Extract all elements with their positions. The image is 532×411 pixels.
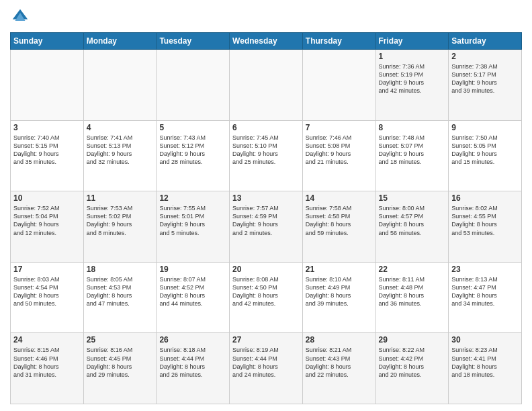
day-cell: 19Sunrise: 8:07 AM Sunset: 4:52 PM Dayli… (157, 262, 230, 333)
day-info: Sunrise: 7:45 AM Sunset: 5:10 PM Dayligh… (232, 134, 300, 167)
day-info: Sunrise: 8:07 AM Sunset: 4:52 PM Dayligh… (159, 275, 226, 308)
day-cell: 20Sunrise: 8:08 AM Sunset: 4:50 PM Dayli… (230, 262, 303, 333)
day-cell: 10Sunrise: 7:52 AM Sunset: 5:04 PM Dayli… (11, 191, 84, 263)
day-number: 16 (451, 193, 519, 203)
week-row-4: 17Sunrise: 8:03 AM Sunset: 4:54 PM Dayli… (11, 262, 522, 333)
day-info: Sunrise: 8:15 AM Sunset: 4:46 PM Dayligh… (13, 346, 81, 379)
day-info: Sunrise: 8:11 AM Sunset: 4:48 PM Dayligh… (379, 275, 446, 308)
day-cell: 29Sunrise: 8:22 AM Sunset: 4:42 PM Dayli… (375, 333, 449, 404)
day-info: Sunrise: 7:46 AM Sunset: 5:08 PM Dayligh… (306, 134, 373, 167)
day-info: Sunrise: 8:23 AM Sunset: 4:41 PM Dayligh… (451, 346, 519, 379)
day-number: 11 (87, 193, 154, 203)
calendar-body: 1Sunrise: 7:36 AM Sunset: 5:19 PM Daylig… (11, 50, 522, 404)
week-row-1: 1Sunrise: 7:36 AM Sunset: 5:19 PM Daylig… (11, 50, 522, 121)
day-header-sunday: Sunday (11, 33, 84, 50)
day-info: Sunrise: 7:36 AM Sunset: 5:19 PM Dayligh… (379, 62, 446, 95)
week-row-3: 10Sunrise: 7:52 AM Sunset: 5:04 PM Dayli… (11, 191, 522, 263)
day-number: 25 (87, 335, 154, 345)
day-cell: 13Sunrise: 7:57 AM Sunset: 4:59 PM Dayli… (230, 191, 303, 263)
calendar-table: SundayMondayTuesdayWednesdayThursdayFrid… (10, 32, 522, 404)
day-number: 30 (451, 335, 519, 345)
day-info: Sunrise: 7:57 AM Sunset: 4:59 PM Dayligh… (232, 204, 300, 237)
day-info: Sunrise: 8:18 AM Sunset: 4:44 PM Dayligh… (159, 346, 226, 379)
day-number: 19 (159, 265, 226, 274)
day-number: 29 (379, 335, 446, 345)
day-cell: 1Sunrise: 7:36 AM Sunset: 5:19 PM Daylig… (375, 50, 449, 121)
week-row-2: 3Sunrise: 7:40 AM Sunset: 5:15 PM Daylig… (11, 120, 522, 191)
week-row-5: 24Sunrise: 8:15 AM Sunset: 4:46 PM Dayli… (11, 333, 522, 404)
day-cell: 3Sunrise: 7:40 AM Sunset: 5:15 PM Daylig… (11, 120, 84, 191)
day-cell: 30Sunrise: 8:23 AM Sunset: 4:41 PM Dayli… (449, 333, 522, 404)
day-number: 8 (379, 123, 446, 132)
day-number: 2 (451, 52, 519, 61)
day-header-wednesday: Wednesday (230, 33, 303, 50)
day-cell (83, 50, 157, 121)
day-info: Sunrise: 8:19 AM Sunset: 4:44 PM Dayligh… (232, 346, 300, 379)
day-number: 1 (379, 52, 446, 61)
day-number: 7 (306, 123, 373, 132)
day-header-tuesday: Tuesday (157, 33, 230, 50)
day-info: Sunrise: 8:03 AM Sunset: 4:54 PM Dayligh… (13, 275, 81, 308)
day-cell: 9Sunrise: 7:50 AM Sunset: 5:05 PM Daylig… (449, 120, 522, 191)
day-header-thursday: Thursday (302, 33, 375, 50)
day-cell: 18Sunrise: 8:05 AM Sunset: 4:53 PM Dayli… (83, 262, 157, 333)
day-cell: 12Sunrise: 7:55 AM Sunset: 5:01 PM Dayli… (157, 191, 230, 263)
day-info: Sunrise: 7:52 AM Sunset: 5:04 PM Dayligh… (13, 204, 81, 237)
day-cell: 21Sunrise: 8:10 AM Sunset: 4:49 PM Dayli… (302, 262, 375, 333)
day-number: 5 (159, 123, 226, 132)
day-cell: 25Sunrise: 8:16 AM Sunset: 4:45 PM Dayli… (83, 333, 157, 404)
day-cell: 7Sunrise: 7:46 AM Sunset: 5:08 PM Daylig… (302, 120, 375, 191)
day-number: 22 (379, 265, 446, 274)
day-cell (302, 50, 375, 121)
day-number: 13 (232, 193, 300, 203)
day-cell: 28Sunrise: 8:21 AM Sunset: 4:43 PM Dayli… (302, 333, 375, 404)
day-info: Sunrise: 7:53 AM Sunset: 5:02 PM Dayligh… (87, 204, 154, 237)
day-number: 6 (232, 123, 300, 132)
page-container: SundayMondayTuesdayWednesdayThursdayFrid… (0, 0, 532, 411)
day-info: Sunrise: 7:48 AM Sunset: 5:07 PM Dayligh… (379, 134, 446, 167)
day-number: 26 (159, 335, 226, 345)
day-number: 28 (306, 335, 373, 345)
day-info: Sunrise: 8:13 AM Sunset: 4:47 PM Dayligh… (451, 275, 519, 308)
day-info: Sunrise: 7:55 AM Sunset: 5:01 PM Dayligh… (159, 204, 226, 237)
day-info: Sunrise: 8:21 AM Sunset: 4:43 PM Dayligh… (306, 346, 373, 379)
day-cell: 26Sunrise: 8:18 AM Sunset: 4:44 PM Dayli… (157, 333, 230, 404)
day-cell (230, 50, 303, 121)
day-number: 9 (451, 123, 519, 132)
calendar-header: SundayMondayTuesdayWednesdayThursdayFrid… (11, 33, 522, 50)
page-header (10, 7, 522, 27)
day-number: 18 (87, 265, 154, 274)
day-cell: 17Sunrise: 8:03 AM Sunset: 4:54 PM Dayli… (11, 262, 84, 333)
day-info: Sunrise: 8:10 AM Sunset: 4:49 PM Dayligh… (306, 275, 373, 308)
day-info: Sunrise: 7:50 AM Sunset: 5:05 PM Dayligh… (451, 134, 519, 167)
day-number: 21 (306, 265, 373, 274)
day-cell: 23Sunrise: 8:13 AM Sunset: 4:47 PM Dayli… (449, 262, 522, 333)
day-number: 15 (379, 193, 446, 203)
day-info: Sunrise: 8:16 AM Sunset: 4:45 PM Dayligh… (87, 346, 154, 379)
day-cell: 14Sunrise: 7:58 AM Sunset: 4:58 PM Dayli… (302, 191, 375, 263)
day-number: 27 (232, 335, 300, 345)
day-number: 14 (306, 193, 373, 203)
day-number: 23 (451, 265, 519, 274)
day-number: 12 (159, 193, 226, 203)
day-cell: 8Sunrise: 7:48 AM Sunset: 5:07 PM Daylig… (375, 120, 449, 191)
day-info: Sunrise: 7:40 AM Sunset: 5:15 PM Dayligh… (13, 134, 81, 167)
day-info: Sunrise: 8:08 AM Sunset: 4:50 PM Dayligh… (232, 275, 300, 308)
day-header-saturday: Saturday (449, 33, 522, 50)
day-info: Sunrise: 8:05 AM Sunset: 4:53 PM Dayligh… (87, 275, 154, 308)
day-cell: 15Sunrise: 8:00 AM Sunset: 4:57 PM Dayli… (375, 191, 449, 263)
day-cell: 24Sunrise: 8:15 AM Sunset: 4:46 PM Dayli… (11, 333, 84, 404)
day-cell (11, 50, 84, 121)
day-cell: 4Sunrise: 7:41 AM Sunset: 5:13 PM Daylig… (83, 120, 157, 191)
day-number: 17 (13, 265, 81, 274)
header-row: SundayMondayTuesdayWednesdayThursdayFrid… (11, 33, 522, 50)
day-number: 3 (13, 123, 81, 132)
logo-icon (10, 7, 30, 27)
day-cell: 5Sunrise: 7:43 AM Sunset: 5:12 PM Daylig… (157, 120, 230, 191)
day-info: Sunrise: 7:43 AM Sunset: 5:12 PM Dayligh… (159, 134, 226, 167)
day-info: Sunrise: 8:02 AM Sunset: 4:55 PM Dayligh… (451, 204, 519, 237)
day-info: Sunrise: 7:58 AM Sunset: 4:58 PM Dayligh… (306, 204, 373, 237)
day-cell: 22Sunrise: 8:11 AM Sunset: 4:48 PM Dayli… (375, 262, 449, 333)
day-cell: 11Sunrise: 7:53 AM Sunset: 5:02 PM Dayli… (83, 191, 157, 263)
day-info: Sunrise: 8:22 AM Sunset: 4:42 PM Dayligh… (379, 346, 446, 379)
